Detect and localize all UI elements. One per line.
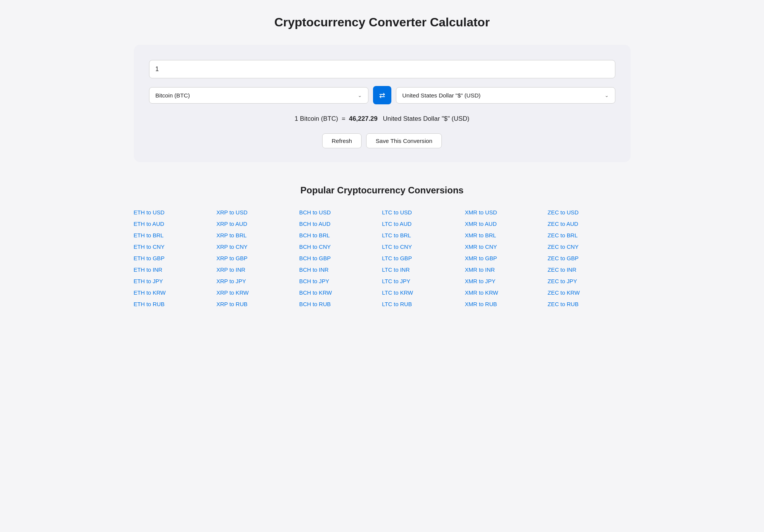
- list-item[interactable]: ZEC to CNY: [548, 244, 631, 250]
- list-item[interactable]: XRP to GBP: [216, 255, 299, 261]
- list-item[interactable]: BCH to INR: [299, 267, 382, 273]
- list-item[interactable]: XMR to RUB: [465, 301, 548, 307]
- list-item[interactable]: ETH to GBP: [134, 255, 217, 261]
- list-item[interactable]: BCH to KRW: [299, 290, 382, 296]
- list-item[interactable]: ZEC to INR: [548, 267, 631, 273]
- list-item[interactable]: ETH to KRW: [134, 290, 217, 296]
- to-chevron-icon: ⌄: [605, 92, 609, 98]
- list-item[interactable]: ZEC to AUD: [548, 221, 631, 227]
- list-item[interactable]: BCH to AUD: [299, 221, 382, 227]
- list-item[interactable]: LTC to BRL: [382, 232, 465, 238]
- list-item[interactable]: ETH to AUD: [134, 221, 217, 227]
- list-item[interactable]: XRP to RUB: [216, 301, 299, 307]
- list-item[interactable]: XMR to KRW: [465, 290, 548, 296]
- list-item[interactable]: ETH to CNY: [134, 244, 217, 250]
- list-item[interactable]: XMR to USD: [465, 209, 548, 216]
- currency-row: Bitcoin (BTC) ⌄ ⇄ United States Dollar "…: [149, 86, 615, 104]
- list-item[interactable]: ZEC to BRL: [548, 232, 631, 238]
- list-item[interactable]: BCH to RUB: [299, 301, 382, 307]
- result-prefix: 1 Bitcoin (BTC): [295, 115, 338, 122]
- from-currency-selector[interactable]: Bitcoin (BTC) ⌄: [149, 87, 368, 104]
- result-suffix-text: United States Dollar "$" (USD): [383, 115, 469, 122]
- page-title: Cryptocurrency Converter Calculator: [134, 15, 631, 29]
- list-item[interactable]: ZEC to JPY: [548, 278, 631, 284]
- list-item[interactable]: ETH to USD: [134, 209, 217, 216]
- list-item[interactable]: XMR to INR: [465, 267, 548, 273]
- popular-title: Popular Cryptocurrency Conversions: [134, 185, 631, 196]
- to-currency-text: United States Dollar "$" (USD): [402, 92, 602, 99]
- list-item[interactable]: XRP to KRW: [216, 290, 299, 296]
- list-item[interactable]: BCH to GBP: [299, 255, 382, 261]
- list-item[interactable]: XMR to BRL: [465, 232, 548, 238]
- list-item[interactable]: ZEC to GBP: [548, 255, 631, 261]
- converter-card: Bitcoin (BTC) ⌄ ⇄ United States Dollar "…: [134, 45, 631, 162]
- refresh-button[interactable]: Refresh: [322, 133, 362, 148]
- list-item[interactable]: BCH to USD: [299, 209, 382, 216]
- list-item[interactable]: LTC to JPY: [382, 278, 465, 284]
- from-currency-text: Bitcoin (BTC): [156, 92, 355, 99]
- popular-section: Popular Cryptocurrency Conversions ETH t…: [134, 185, 631, 307]
- list-item[interactable]: ETH to INR: [134, 267, 217, 273]
- list-item[interactable]: LTC to AUD: [382, 221, 465, 227]
- result-equals: =: [340, 115, 349, 122]
- result-amount: 46,227.29: [349, 115, 378, 122]
- list-item[interactable]: LTC to CNY: [382, 244, 465, 250]
- list-item[interactable]: XMR to CNY: [465, 244, 548, 250]
- list-item[interactable]: LTC to RUB: [382, 301, 465, 307]
- amount-input[interactable]: [149, 60, 615, 78]
- page-wrapper: Cryptocurrency Converter Calculator Bitc…: [134, 15, 631, 307]
- action-buttons: Refresh Save This Conversion: [149, 133, 615, 148]
- list-item[interactable]: ETH to BRL: [134, 232, 217, 238]
- list-item[interactable]: ZEC to KRW: [548, 290, 631, 296]
- list-item[interactable]: XRP to CNY: [216, 244, 299, 250]
- list-item[interactable]: LTC to INR: [382, 267, 465, 273]
- list-item[interactable]: BCH to BRL: [299, 232, 382, 238]
- list-item[interactable]: ETH to JPY: [134, 278, 217, 284]
- list-item[interactable]: XRP to JPY: [216, 278, 299, 284]
- swap-icon: ⇄: [379, 91, 385, 100]
- from-chevron-icon: ⌄: [358, 92, 362, 98]
- list-item[interactable]: XMR to GBP: [465, 255, 548, 261]
- list-item[interactable]: XMR to AUD: [465, 221, 548, 227]
- list-item[interactable]: XRP to AUD: [216, 221, 299, 227]
- save-conversion-button[interactable]: Save This Conversion: [366, 133, 442, 148]
- list-item[interactable]: XRP to INR: [216, 267, 299, 273]
- swap-button[interactable]: ⇄: [373, 86, 391, 104]
- result-line: 1 Bitcoin (BTC) = 46,227.29 United State…: [149, 115, 615, 123]
- conversions-grid: ETH to USDXRP to USDBCH to USDLTC to USD…: [134, 209, 631, 307]
- result-suffix: [379, 115, 381, 122]
- list-item[interactable]: BCH to CNY: [299, 244, 382, 250]
- list-item[interactable]: LTC to GBP: [382, 255, 465, 261]
- list-item[interactable]: ETH to RUB: [134, 301, 217, 307]
- list-item[interactable]: LTC to KRW: [382, 290, 465, 296]
- list-item[interactable]: LTC to USD: [382, 209, 465, 216]
- list-item[interactable]: BCH to JPY: [299, 278, 382, 284]
- to-currency-selector[interactable]: United States Dollar "$" (USD) ⌄: [396, 87, 615, 104]
- list-item[interactable]: XRP to BRL: [216, 232, 299, 238]
- list-item[interactable]: XMR to JPY: [465, 278, 548, 284]
- list-item[interactable]: XRP to USD: [216, 209, 299, 216]
- list-item[interactable]: ZEC to USD: [548, 209, 631, 216]
- list-item[interactable]: ZEC to RUB: [548, 301, 631, 307]
